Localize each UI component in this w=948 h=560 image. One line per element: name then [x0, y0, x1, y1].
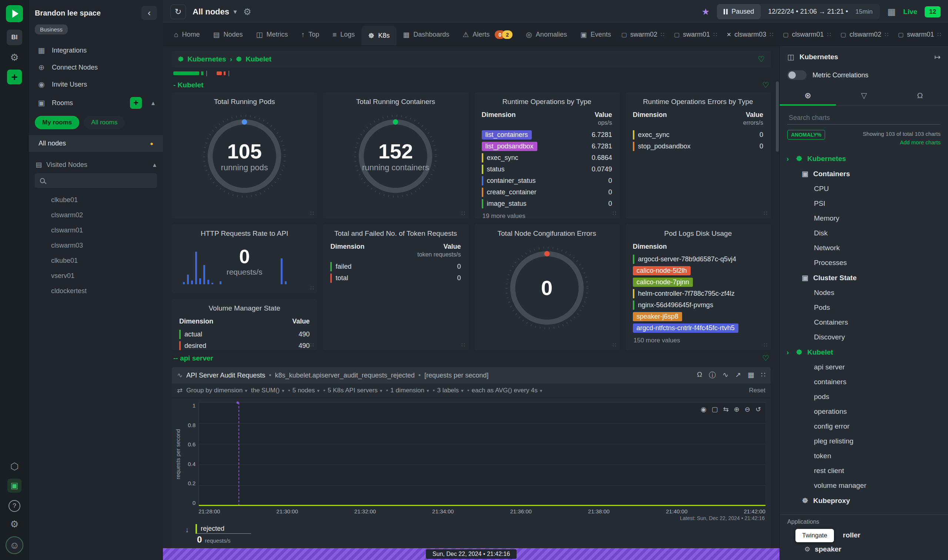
node-grid-icon[interactable]: ▦ [887, 7, 896, 17]
app-item-speaker[interactable]: ⚙ speaker [787, 542, 940, 556]
visited-node-item[interactable]: clswarm03 [35, 238, 157, 253]
control-chip[interactable]: • Group by dimension ▾ [186, 387, 247, 394]
sidebar-menu-item[interactable]: ▣ Rooms + ▴ [35, 93, 157, 113]
tree-item[interactable]: › CPU [780, 182, 948, 196]
visited-node-item[interactable]: clkube01 [35, 192, 157, 208]
visited-collapse-icon[interactable]: ▴ [153, 161, 156, 169]
tree-item[interactable]: › ☸ Kubeproxy [780, 493, 948, 508]
tree-item[interactable]: › pods [780, 389, 948, 404]
breadcrumb[interactable]: ☸ Kubernetes › ☸ Kubelet [178, 55, 271, 63]
drag-handle-icon[interactable]: ∷ [761, 371, 765, 380]
control-chip[interactable]: • 5 nodes ▾ [288, 387, 319, 394]
breadcrumb-parent[interactable]: Kubernetes [187, 55, 226, 63]
refresh-icon[interactable]: ↻ [170, 5, 186, 19]
dimension-row[interactable]: list_containers 6.7281 [480, 129, 614, 141]
control-chip[interactable]: • each as AVG() every 4s ▾ [467, 387, 543, 394]
dimension-row[interactable]: actual 490 [178, 329, 311, 340]
more-values-link[interactable]: 19 more values [480, 209, 614, 218]
tree-item[interactable]: › Discovery [780, 330, 948, 345]
dimension-row[interactable]: exec_sync 0.6864 [480, 152, 614, 164]
node-tab[interactable]: ▢ × clswarm01 ∷ [779, 29, 834, 41]
favorite-heart-icon[interactable]: ♡ [758, 55, 765, 64]
anomalies-icon[interactable]: ∿ [723, 371, 728, 380]
pan-tool-icon[interactable]: ⇆ [723, 405, 729, 414]
resize-handle-icon[interactable]: ∷ [461, 210, 465, 217]
legend-sort-arrow-icon[interactable]: ↓ [185, 526, 189, 534]
resize-handle-icon[interactable]: ∷ [310, 342, 314, 348]
dimension-row[interactable]: list_podsandbox 6.7281 [480, 141, 614, 152]
view-tab[interactable]: ▤ Nodes [207, 24, 250, 46]
room-item-all-nodes[interactable]: All nodes ● [29, 135, 163, 152]
view-tab[interactable]: ⚠ Alerts 0 2 [456, 24, 519, 46]
collapse-panel-icon[interactable]: ↦ [934, 52, 940, 62]
dimension-row[interactable]: status 0.0749 [480, 164, 614, 175]
dimension-row[interactable]: total 0 [329, 272, 462, 284]
dimension-row[interactable]: nginx-56d496645f-pvmgs [631, 299, 765, 311]
tree-item[interactable]: › volume manager [780, 478, 948, 493]
section-title[interactable]: - Kubelet [173, 81, 203, 89]
view-tab[interactable]: ▦ Dashboards [396, 24, 456, 46]
view-tab[interactable]: ⌂ Home [167, 24, 207, 46]
tree-item[interactable]: › containers [780, 375, 948, 389]
tab-filters[interactable]: ▽ [836, 87, 892, 106]
live-node-count-badge[interactable]: 12 [925, 6, 940, 17]
chart-search-input[interactable] [789, 114, 939, 122]
view-tab[interactable]: ◎ Anomalies [519, 24, 573, 46]
node-tab[interactable]: ▢ × swarm01 ∷ [894, 29, 945, 41]
dimension-row[interactable]: failed 0 [329, 261, 462, 272]
sidebar-collapse-button[interactable]: ‹ [142, 6, 157, 20]
visited-node-item[interactable]: clswarm02 [35, 208, 157, 223]
favorite-heart-icon[interactable]: ♡ [762, 81, 769, 89]
anomaly-rate-badge[interactable]: ANOMALY% [787, 130, 825, 140]
help-icon[interactable]: ? [9, 500, 20, 512]
tree-item[interactable]: › PSI [780, 196, 948, 211]
user-avatar[interactable]: ☺ [6, 536, 23, 554]
chart-search[interactable] [787, 112, 940, 125]
resize-handle-icon[interactable]: ∷ [310, 210, 314, 217]
select-tool-icon[interactable]: ▢ [712, 405, 718, 414]
zoom-out-icon[interactable]: ⊖ [745, 405, 750, 414]
dimension-row[interactable]: exec_sync 0 [631, 129, 765, 141]
view-tab[interactable]: ↑ Top [294, 24, 326, 46]
visited-nodes-header[interactable]: ▤ Visited Nodes ▴ [35, 161, 156, 169]
tree-item[interactable]: › ▣ Containers [780, 166, 948, 182]
reset-button[interactable]: Reset [749, 387, 765, 394]
legend-dimension[interactable]: rejected [196, 524, 251, 534]
add-workspace-button[interactable]: + [7, 69, 22, 85]
tree-item[interactable]: › Pods [780, 300, 948, 315]
resize-handle-icon[interactable]: ∷ [612, 210, 616, 217]
tree-item[interactable]: › pleg relisting [780, 434, 948, 449]
tree-item[interactable]: › Disk [780, 226, 948, 241]
drag-handle-icon[interactable]: ∷ [937, 31, 941, 38]
tree-item[interactable]: › Memory [780, 211, 948, 226]
dimension-row[interactable]: desired 490 [178, 340, 311, 350]
spaces-icon[interactable]: ▣ [8, 478, 22, 492]
tree-item[interactable]: › rest client [780, 463, 948, 478]
close-icon[interactable]: × [727, 30, 731, 39]
dimension-row[interactable]: helm-controller-7f788c795c-zf4lz [631, 288, 765, 299]
dimension-row[interactable]: argcd-ntfctns-cntrlr-f4fc45fc-rtvh5 [631, 322, 765, 334]
info-icon[interactable]: ⓘ [709, 371, 716, 380]
expand-icon[interactable]: ↗ [735, 371, 741, 380]
resize-handle-icon[interactable]: ∷ [764, 342, 767, 348]
pods-gauge[interactable]: 105 running pods [178, 106, 311, 206]
add-room-button[interactable]: + [130, 97, 142, 109]
resize-handle-icon[interactable]: ∷ [764, 210, 767, 217]
tree-item[interactable]: › ☸ Kubelet [780, 345, 948, 360]
control-chip[interactable]: • 5 K8s API servers ▾ [323, 387, 382, 394]
anomaly-marker-icon[interactable]: ● [236, 399, 239, 405]
tree-item[interactable]: › operations [780, 404, 948, 419]
config-errors-gauge[interactable]: 0 [480, 238, 614, 338]
view-tab[interactable]: ≡ Logs [326, 24, 361, 46]
dimension-row[interactable]: speaker-j6sp8 [631, 311, 765, 322]
control-chip[interactable]: • 1 dimension ▾ [386, 387, 429, 394]
add-more-charts-link[interactable]: Add more charts [900, 139, 940, 145]
node-search[interactable] [35, 173, 157, 188]
tab-all-rooms[interactable]: All rooms [84, 116, 125, 129]
view-tab[interactable]: ▣ Events [573, 24, 618, 46]
dashboard-settings-gear-icon[interactable]: ⚙ [243, 7, 251, 17]
tree-item[interactable]: › ☸ Kubernetes [780, 151, 948, 166]
dimension-row[interactable]: calico-node-5l2lh [631, 265, 765, 277]
http-requests-chart[interactable]: 0 requests/s [178, 238, 311, 285]
paused-button[interactable]: Paused [717, 4, 761, 19]
